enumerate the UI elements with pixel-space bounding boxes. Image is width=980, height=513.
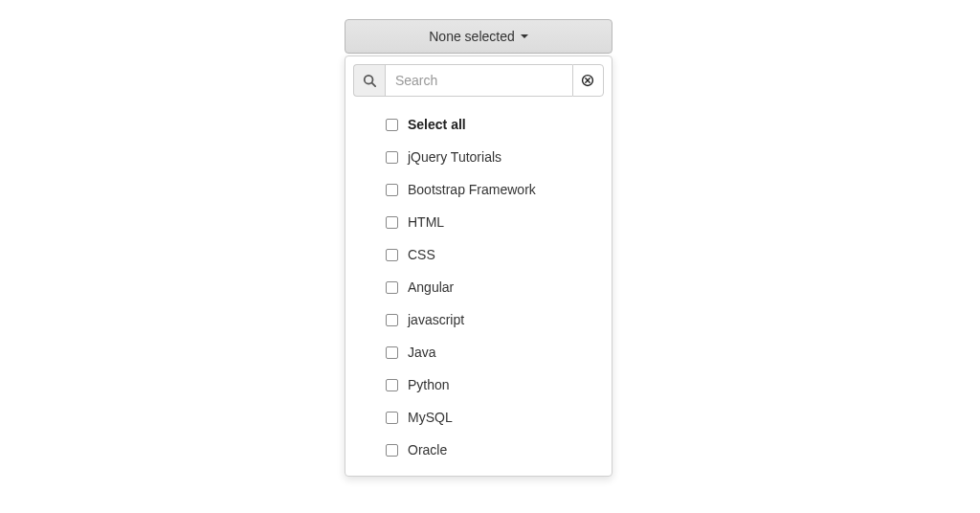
search-row (353, 64, 604, 97)
option-label: Oracle (408, 442, 447, 457)
list-item[interactable]: Python (353, 368, 604, 401)
list-item[interactable]: javascript (353, 303, 604, 336)
option-list: Select all jQuery Tutorials Bootstrap Fr… (353, 104, 604, 468)
list-item[interactable]: HTML (353, 206, 604, 238)
caret-down-icon (521, 34, 528, 38)
option-label: javascript (408, 312, 464, 327)
dropdown-toggle-button[interactable]: None selected (345, 19, 612, 54)
checkbox-icon (386, 151, 398, 164)
option-label: Java (408, 345, 436, 360)
list-item[interactable]: Oracle (353, 434, 604, 466)
select-all-option[interactable]: Select all (353, 108, 604, 141)
option-label: CSS (408, 247, 435, 262)
svg-line-1 (372, 83, 376, 87)
checkbox-icon (386, 314, 398, 326)
option-label: jQuery Tutorials (408, 149, 501, 165)
search-input[interactable] (385, 64, 572, 97)
list-item[interactable]: Java (353, 336, 604, 368)
close-circle-icon (581, 74, 594, 87)
dropdown-button-label: None selected (429, 29, 515, 44)
checkbox-icon (386, 412, 398, 424)
option-label: MySQL (408, 410, 453, 425)
list-item[interactable]: CSS (353, 238, 604, 271)
list-item[interactable]: jQuery Tutorials (353, 141, 604, 173)
list-item[interactable]: Angular (353, 271, 604, 303)
checkbox-icon (386, 346, 398, 359)
checkbox-icon (386, 216, 398, 229)
clear-search-button[interactable] (572, 64, 604, 97)
list-item[interactable]: MySQL (353, 401, 604, 434)
search-icon (353, 64, 385, 97)
checkbox-icon (386, 184, 398, 196)
multiselect-dropdown: None selected Select (345, 19, 612, 477)
option-label: Bootstrap Framework (408, 182, 536, 197)
checkbox-icon (386, 119, 398, 131)
option-label: Angular (408, 279, 454, 295)
checkbox-icon (386, 281, 398, 294)
option-label: Python (408, 377, 450, 392)
option-label: HTML (408, 214, 444, 230)
list-item[interactable]: Bootstrap Framework (353, 173, 604, 206)
select-all-label: Select all (408, 117, 466, 132)
checkbox-icon (386, 444, 398, 457)
dropdown-panel: Select all jQuery Tutorials Bootstrap Fr… (345, 56, 612, 477)
checkbox-icon (386, 379, 398, 391)
checkbox-icon (386, 249, 398, 261)
